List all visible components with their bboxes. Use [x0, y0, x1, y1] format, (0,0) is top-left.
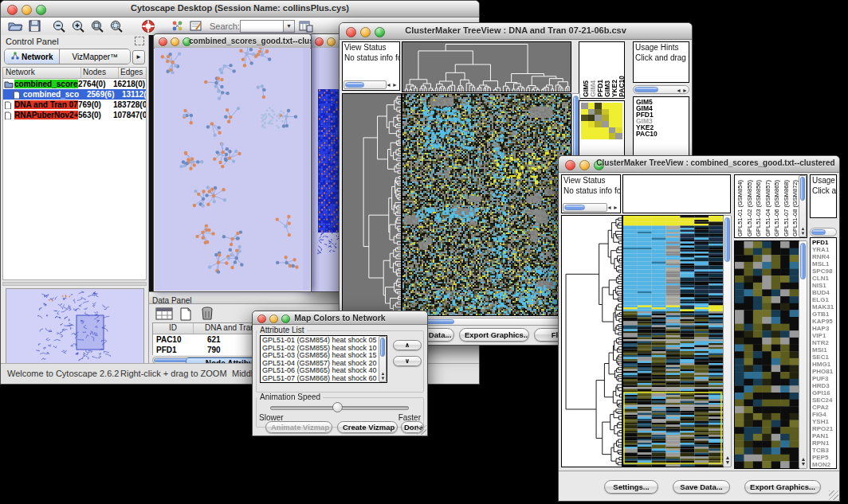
- matrix-cell[interactable]: [595, 133, 602, 139]
- tv1-detail-matrix[interactable]: [581, 103, 622, 139]
- gene-list-item[interactable]: PAN1: [812, 432, 836, 440]
- table-mode-icon[interactable]: [155, 307, 173, 324]
- gene-list-item[interactable]: PHO81: [812, 368, 836, 375]
- gene-list-item[interactable]: PEP5: [812, 454, 836, 461]
- matrix-cell[interactable]: [581, 115, 588, 121]
- matrix-cell[interactable]: [615, 103, 622, 109]
- scroll-arrows[interactable]: ▲▼: [380, 371, 386, 381]
- gene-list-item[interactable]: KAP95: [812, 318, 836, 325]
- row-label[interactable]: PAC10: [636, 131, 689, 137]
- tv2-detail-heatmap[interactable]: [734, 240, 799, 469]
- matrix-cell[interactable]: [615, 115, 622, 121]
- scroll-right-arrow[interactable]: ►: [682, 88, 688, 93]
- scroll-arrows[interactable]: ▲▼: [800, 226, 806, 236]
- resize-grip[interactable]: [829, 490, 838, 500]
- tv2-vscrollbar[interactable]: ▲▼: [723, 215, 732, 467]
- gene-list-item[interactable]: NIS1: [812, 282, 836, 289]
- gene-list-item[interactable]: PUF3: [812, 375, 836, 382]
- matrix-cell[interactable]: [581, 133, 588, 139]
- open-folder-icon[interactable]: [7, 19, 23, 36]
- network-tree-list[interactable]: Network Nodes Edges combined_scores_2764…: [2, 67, 147, 280]
- minimize-button[interactable]: [579, 160, 590, 170]
- gene-list-item[interactable]: HRD3: [812, 382, 836, 389]
- column-label[interactable]: GPL51-04 (GSM857): [764, 180, 774, 236]
- matrix-cell[interactable]: [602, 133, 609, 139]
- treeview2-title-bar[interactable]: ClusterMaker TreeView : combined_scores_…: [559, 156, 839, 173]
- tv1-column-dendrogram[interactable]: [402, 41, 571, 92]
- tv1-column-labels[interactable]: GIM5GIM4PFD1GIM3YKE2PAC10: [579, 41, 625, 99]
- scroll-left-arrow[interactable]: ◄: [676, 88, 681, 93]
- gene-list-item[interactable]: CPA2: [812, 404, 836, 411]
- network-view-canvas[interactable]: [155, 48, 310, 291]
- col-header-nodes[interactable]: Nodes: [81, 68, 119, 78]
- tv2-column-dendrogram-area[interactable]: [622, 174, 731, 213]
- gene-list-item[interactable]: RPO21: [812, 425, 836, 432]
- gene-list-item[interactable]: SPC98: [812, 268, 836, 275]
- minimize-button[interactable]: [171, 37, 179, 46]
- animate-vizmap-button[interactable]: Animate Vizmap: [265, 421, 332, 433]
- matrix-cell[interactable]: [588, 121, 595, 127]
- matrix-cell[interactable]: [595, 109, 602, 115]
- gene-list-item[interactable]: RPN1: [812, 440, 836, 447]
- matrix-cell[interactable]: [615, 133, 622, 139]
- speed-slider-thumb[interactable]: [332, 402, 343, 412]
- attribute-item[interactable]: GPL51-07 (GSM868) heat shock 60 min: [262, 375, 385, 383]
- matrix-cell[interactable]: [588, 103, 595, 109]
- treeview1-title-bar[interactable]: ClusterMaker TreeView : DNA and Tran 07-…: [340, 23, 692, 40]
- export-graphics-button[interactable]: Export Graphics...: [459, 328, 529, 342]
- matrix-cell[interactable]: [581, 121, 588, 127]
- scroll-right-arrow[interactable]: ►: [392, 82, 398, 88]
- scroll-left-arrow[interactable]: ◄: [386, 82, 391, 88]
- matrix-cell[interactable]: [609, 103, 616, 109]
- matrix-cell[interactable]: [602, 121, 609, 127]
- tv2-global-heatmap[interactable]: [622, 215, 724, 467]
- attribute-list[interactable]: GPL51-01 (GSM854) heat shock 05 minGPL51…: [260, 335, 387, 383]
- matrix-cell[interactable]: [595, 103, 602, 109]
- close-button[interactable]: [159, 37, 167, 46]
- scroll-arrows[interactable]: ▲▼: [724, 455, 731, 465]
- float-panel-icon[interactable]: [135, 37, 144, 45]
- attribute-list-scrollbar[interactable]: ▲▼: [379, 336, 387, 382]
- gene-list-item[interactable]: TCB3: [812, 447, 836, 454]
- column-label[interactable]: GPL51-03 (GSM856): [755, 180, 764, 236]
- id-column-header[interactable]: ID: [153, 323, 194, 334]
- gene-list-item[interactable]: CLN1: [812, 275, 836, 282]
- matrix-cell[interactable]: [588, 133, 595, 139]
- view-status-scrollbar[interactable]: [344, 80, 387, 89]
- gene-list-item[interactable]: GTB1: [812, 311, 836, 318]
- gene-list-item[interactable]: MAK31: [812, 303, 836, 311]
- gene-list-item[interactable]: VIP1: [812, 332, 836, 339]
- gene-list-item[interactable]: ELG1: [812, 296, 836, 303]
- network-tree-row[interactable]: DNA and Tran 07769(0)183728(0): [3, 100, 146, 110]
- move-up-button[interactable]: ∧: [393, 340, 422, 350]
- matrix-cell[interactable]: [595, 115, 602, 121]
- gene-list-item[interactable]: NTR2: [812, 339, 836, 346]
- tab-network[interactable]: Network: [5, 49, 59, 64]
- column-label[interactable]: GIM3: [603, 80, 610, 97]
- zoom-out-icon[interactable]: [52, 19, 67, 37]
- matrix-cell[interactable]: [588, 115, 595, 121]
- gene-list-item[interactable]: FIG4: [812, 411, 836, 418]
- main-title-bar[interactable]: Cytoscape Desktop (Session Name: collins…: [1, 1, 479, 18]
- matrix-cell[interactable]: [609, 133, 616, 139]
- tv2-detail-scrollbar[interactable]: ▲▼: [799, 240, 807, 469]
- new-attribute-icon[interactable]: [179, 307, 193, 324]
- column-label[interactable]: GPL51-06 (GSM865): [773, 180, 783, 236]
- tv2-gene-list[interactable]: PFD1YRA1RNR4MSL1SPC98CLN1NIS1BUD4ELG1MAK…: [810, 237, 837, 469]
- column-label[interactable]: GPL51-01 (GSM854): [736, 180, 746, 236]
- delete-attribute-icon[interactable]: [200, 306, 215, 324]
- column-label[interactable]: GPL51-07 (GSM868): [783, 180, 792, 236]
- column-label[interactable]: GPL51-02 (GSM855): [746, 180, 756, 236]
- column-label[interactable]: YKE2: [610, 80, 617, 97]
- zoom-selected-icon[interactable]: [109, 19, 124, 37]
- matrix-cell[interactable]: [609, 109, 616, 115]
- network-overview-thumbnail[interactable]: [6, 288, 144, 364]
- dense-network-block[interactable]: [317, 89, 341, 256]
- matrix-cell[interactable]: [602, 109, 609, 115]
- matrix-cell[interactable]: [581, 127, 588, 134]
- tab-overflow-button[interactable]: ►: [132, 50, 145, 64]
- settings-button[interactable]: Settings...: [604, 480, 658, 494]
- matrix-cell[interactable]: [609, 121, 616, 127]
- column-label[interactable]: GIM5: [582, 80, 588, 97]
- tv1-global-heatmap[interactable]: [402, 93, 571, 316]
